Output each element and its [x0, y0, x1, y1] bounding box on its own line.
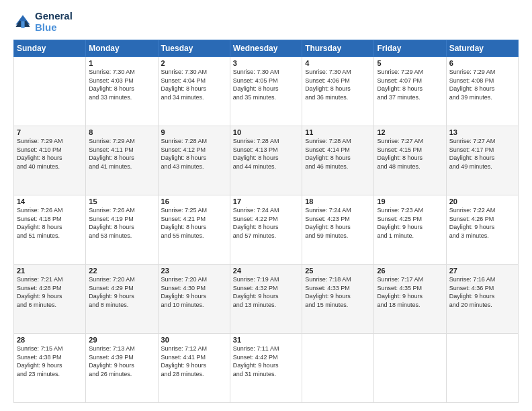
day-info: Sunrise: 7:29 AM Sunset: 4:08 PM Dayligh…	[449, 68, 515, 101]
day-info: Sunrise: 7:30 AM Sunset: 4:06 PM Dayligh…	[305, 68, 371, 101]
day-info: Sunrise: 7:18 AM Sunset: 4:33 PM Dayligh…	[305, 275, 371, 309]
day-info: Sunrise: 7:27 AM Sunset: 4:15 PM Dayligh…	[377, 137, 443, 171]
day-cell: 7Sunrise: 7:29 AM Sunset: 4:10 PM Daylig…	[14, 126, 86, 195]
day-cell: 30Sunrise: 7:12 AM Sunset: 4:41 PM Dayli…	[158, 334, 230, 403]
week-row-3: 14Sunrise: 7:26 AM Sunset: 4:18 PM Dayli…	[14, 195, 519, 265]
day-cell: 18Sunrise: 7:24 AM Sunset: 4:23 PM Dayli…	[302, 195, 374, 265]
day-cell: 16Sunrise: 7:25 AM Sunset: 4:21 PM Dayli…	[158, 195, 230, 265]
day-cell: 10Sunrise: 7:28 AM Sunset: 4:13 PM Dayli…	[230, 126, 302, 195]
day-info: Sunrise: 7:15 AM Sunset: 4:38 PM Dayligh…	[17, 345, 83, 378]
day-info: Sunrise: 7:28 AM Sunset: 4:14 PM Dayligh…	[305, 137, 371, 171]
day-number: 12	[377, 128, 443, 136]
day-number: 29	[89, 336, 154, 344]
day-number: 10	[233, 128, 299, 136]
day-info: Sunrise: 7:16 AM Sunset: 4:36 PM Dayligh…	[449, 275, 515, 309]
day-cell: 27Sunrise: 7:16 AM Sunset: 4:36 PM Dayli…	[446, 265, 518, 334]
day-number: 18	[305, 197, 371, 205]
weekday-header-sunday: Sunday	[14, 40, 86, 57]
day-cell: 28Sunrise: 7:15 AM Sunset: 4:38 PM Dayli…	[14, 334, 86, 403]
day-number: 5	[377, 59, 443, 67]
day-info: Sunrise: 7:13 AM Sunset: 4:39 PM Dayligh…	[89, 345, 154, 378]
day-cell: 14Sunrise: 7:26 AM Sunset: 4:18 PM Dayli…	[14, 195, 86, 265]
day-number: 31	[233, 336, 299, 344]
day-info: Sunrise: 7:26 AM Sunset: 4:19 PM Dayligh…	[89, 206, 154, 240]
day-cell: 8Sunrise: 7:29 AM Sunset: 4:11 PM Daylig…	[86, 126, 158, 195]
weekday-header-monday: Monday	[86, 40, 158, 57]
day-number: 13	[449, 128, 515, 136]
day-number: 2	[161, 59, 227, 67]
day-info: Sunrise: 7:19 AM Sunset: 4:32 PM Dayligh…	[233, 275, 299, 309]
day-cell: 25Sunrise: 7:18 AM Sunset: 4:33 PM Dayli…	[302, 265, 374, 334]
day-cell: 23Sunrise: 7:20 AM Sunset: 4:30 PM Dayli…	[158, 265, 230, 334]
day-cell: 11Sunrise: 7:28 AM Sunset: 4:14 PM Dayli…	[302, 126, 374, 195]
day-cell: 6Sunrise: 7:29 AM Sunset: 4:08 PM Daylig…	[446, 57, 518, 126]
day-info: Sunrise: 7:26 AM Sunset: 4:18 PM Dayligh…	[17, 206, 83, 240]
day-number: 9	[161, 128, 227, 136]
day-info: Sunrise: 7:12 AM Sunset: 4:41 PM Dayligh…	[161, 345, 227, 378]
day-info: Sunrise: 7:27 AM Sunset: 4:17 PM Dayligh…	[449, 137, 515, 171]
day-cell: 5Sunrise: 7:29 AM Sunset: 4:07 PM Daylig…	[374, 57, 446, 126]
day-cell: 17Sunrise: 7:24 AM Sunset: 4:22 PM Dayli…	[230, 195, 302, 265]
day-info: Sunrise: 7:17 AM Sunset: 4:35 PM Dayligh…	[377, 275, 443, 309]
day-cell: 22Sunrise: 7:20 AM Sunset: 4:29 PM Dayli…	[86, 265, 158, 334]
logo-icon	[13, 13, 32, 32]
week-row-4: 21Sunrise: 7:21 AM Sunset: 4:28 PM Dayli…	[14, 265, 519, 334]
day-info: Sunrise: 7:23 AM Sunset: 4:25 PM Dayligh…	[377, 206, 443, 240]
page: General Blue SundayMondayTuesdayWednesda…	[0, 0, 532, 411]
day-cell: 20Sunrise: 7:22 AM Sunset: 4:26 PM Dayli…	[446, 195, 518, 265]
day-number: 22	[89, 267, 154, 275]
day-info: Sunrise: 7:30 AM Sunset: 4:04 PM Dayligh…	[161, 68, 227, 101]
header: General Blue	[13, 11, 519, 33]
day-number: 17	[233, 197, 299, 205]
day-cell: 19Sunrise: 7:23 AM Sunset: 4:25 PM Dayli…	[374, 195, 446, 265]
day-number: 6	[449, 59, 515, 67]
day-info: Sunrise: 7:25 AM Sunset: 4:21 PM Dayligh…	[161, 206, 227, 240]
day-info: Sunrise: 7:24 AM Sunset: 4:23 PM Dayligh…	[305, 206, 371, 240]
logo-text: General Blue	[35, 11, 73, 33]
week-row-5: 28Sunrise: 7:15 AM Sunset: 4:38 PM Dayli…	[14, 334, 519, 403]
day-info: Sunrise: 7:29 AM Sunset: 4:10 PM Dayligh…	[17, 137, 83, 171]
day-cell: 31Sunrise: 7:11 AM Sunset: 4:42 PM Dayli…	[230, 334, 302, 403]
weekday-header-wednesday: Wednesday	[230, 40, 302, 57]
day-number: 16	[161, 197, 227, 205]
day-info: Sunrise: 7:30 AM Sunset: 4:03 PM Dayligh…	[89, 68, 154, 101]
day-number: 15	[89, 197, 154, 205]
day-number: 26	[377, 267, 443, 275]
day-info: Sunrise: 7:24 AM Sunset: 4:22 PM Dayligh…	[233, 206, 299, 240]
week-row-1: 1Sunrise: 7:30 AM Sunset: 4:03 PM Daylig…	[14, 57, 519, 126]
day-cell	[374, 334, 446, 403]
day-info: Sunrise: 7:28 AM Sunset: 4:13 PM Dayligh…	[233, 137, 299, 171]
day-cell	[302, 334, 374, 403]
weekday-header-friday: Friday	[374, 40, 446, 57]
day-number: 21	[17, 267, 83, 275]
day-cell: 9Sunrise: 7:28 AM Sunset: 4:12 PM Daylig…	[158, 126, 230, 195]
day-number: 23	[161, 267, 227, 275]
svg-rect-2	[21, 21, 24, 28]
logo: General Blue	[13, 11, 73, 33]
day-info: Sunrise: 7:28 AM Sunset: 4:12 PM Dayligh…	[161, 137, 227, 171]
weekday-header-row: SundayMondayTuesdayWednesdayThursdayFrid…	[14, 40, 519, 57]
day-number: 30	[161, 336, 227, 344]
day-info: Sunrise: 7:22 AM Sunset: 4:26 PM Dayligh…	[449, 206, 515, 240]
day-number: 25	[305, 267, 371, 275]
day-info: Sunrise: 7:29 AM Sunset: 4:07 PM Dayligh…	[377, 68, 443, 101]
day-info: Sunrise: 7:30 AM Sunset: 4:05 PM Dayligh…	[233, 68, 299, 101]
day-number: 20	[449, 197, 515, 205]
week-row-2: 7Sunrise: 7:29 AM Sunset: 4:10 PM Daylig…	[14, 126, 519, 195]
weekday-header-tuesday: Tuesday	[158, 40, 230, 57]
weekday-header-thursday: Thursday	[302, 40, 374, 57]
day-number: 28	[17, 336, 83, 344]
day-cell	[14, 57, 86, 126]
day-cell: 15Sunrise: 7:26 AM Sunset: 4:19 PM Dayli…	[86, 195, 158, 265]
day-cell: 26Sunrise: 7:17 AM Sunset: 4:35 PM Dayli…	[374, 265, 446, 334]
day-info: Sunrise: 7:20 AM Sunset: 4:30 PM Dayligh…	[161, 275, 227, 309]
day-number: 24	[233, 267, 299, 275]
day-cell: 29Sunrise: 7:13 AM Sunset: 4:39 PM Dayli…	[86, 334, 158, 403]
day-cell: 4Sunrise: 7:30 AM Sunset: 4:06 PM Daylig…	[302, 57, 374, 126]
day-info: Sunrise: 7:29 AM Sunset: 4:11 PM Dayligh…	[89, 137, 154, 171]
day-cell	[446, 334, 518, 403]
weekday-header-saturday: Saturday	[446, 40, 518, 57]
day-number: 19	[377, 197, 443, 205]
day-number: 11	[305, 128, 371, 136]
day-number: 14	[17, 197, 83, 205]
